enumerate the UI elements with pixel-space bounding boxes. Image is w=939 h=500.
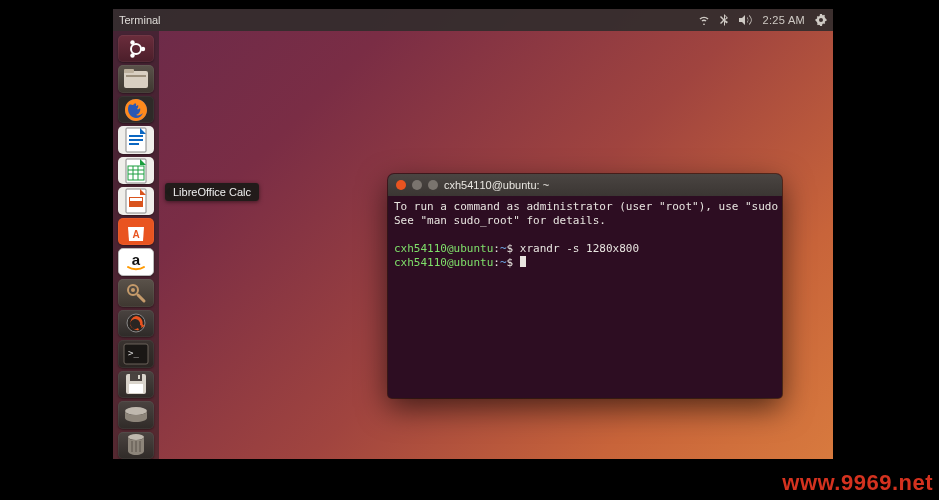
top-menu-bar: Terminal 2:25 AM bbox=[113, 9, 833, 31]
terminal-motd-line1: To run a command as administrator (user … bbox=[394, 200, 782, 213]
terminal-titlebar[interactable]: cxh54110@ubuntu: ~ bbox=[388, 174, 782, 196]
terminal-body[interactable]: To run a command as administrator (user … bbox=[388, 196, 782, 274]
terminal-prompt-user-2: cxh54110@ubuntu bbox=[394, 256, 493, 269]
svg-rect-6 bbox=[126, 75, 146, 77]
terminal-prompt-symbol: $ bbox=[507, 242, 514, 255]
svg-rect-29 bbox=[130, 374, 142, 381]
document-icon bbox=[125, 127, 147, 153]
terminal-icon: >_ bbox=[123, 343, 149, 365]
svg-point-0 bbox=[131, 44, 141, 54]
terminal-prompt-sep: : bbox=[493, 242, 500, 255]
svg-rect-11 bbox=[129, 143, 139, 145]
svg-rect-4 bbox=[124, 71, 148, 88]
launcher-libreoffice-calc[interactable] bbox=[118, 157, 154, 184]
launcher-amazon[interactable]: a bbox=[118, 248, 154, 276]
floppy-icon bbox=[125, 373, 147, 395]
amazon-icon: a bbox=[124, 250, 148, 274]
svg-rect-10 bbox=[129, 139, 143, 141]
terminal-command-1: xrandr -s 1280x800 bbox=[520, 242, 639, 255]
terminal-window[interactable]: cxh54110@ubuntu: ~ To run a command as a… bbox=[388, 174, 782, 398]
launcher-dash[interactable] bbox=[118, 35, 154, 62]
update-icon bbox=[124, 311, 148, 335]
trash-icon bbox=[126, 433, 146, 457]
launcher-system-settings[interactable] bbox=[118, 279, 154, 306]
launcher-terminal[interactable]: >_ bbox=[118, 340, 154, 367]
sound-icon[interactable] bbox=[739, 14, 753, 26]
svg-rect-20 bbox=[130, 198, 142, 201]
svg-point-32 bbox=[125, 407, 147, 415]
gear-icon[interactable] bbox=[815, 14, 827, 26]
clock[interactable]: 2:25 AM bbox=[763, 14, 805, 26]
launcher-tooltip: LibreOffice Calc bbox=[165, 183, 259, 201]
window-close-button[interactable] bbox=[396, 180, 406, 190]
terminal-cursor bbox=[520, 256, 526, 267]
launcher-drive[interactable] bbox=[118, 401, 154, 428]
launcher-libreoffice-writer[interactable] bbox=[118, 126, 154, 153]
terminal-prompt-path: ~ bbox=[500, 242, 507, 255]
svg-point-33 bbox=[128, 434, 144, 440]
window-minimize-button[interactable] bbox=[412, 180, 422, 190]
launcher-files[interactable] bbox=[118, 65, 154, 92]
file-manager-icon bbox=[123, 68, 149, 90]
bluetooth-icon[interactable] bbox=[720, 14, 729, 26]
svg-rect-9 bbox=[129, 135, 143, 137]
disk-icon bbox=[124, 406, 148, 424]
launcher-software-updater[interactable] bbox=[118, 310, 154, 337]
ubuntu-desktop: Terminal 2:25 AM bbox=[113, 9, 833, 459]
gear-wrench-icon bbox=[124, 281, 148, 305]
presentation-icon bbox=[125, 188, 147, 214]
launcher-libreoffice-impress[interactable] bbox=[118, 187, 154, 214]
terminal-prompt-symbol-2: $ bbox=[507, 256, 514, 269]
ubuntu-logo-icon bbox=[124, 37, 148, 61]
launcher-firefox[interactable] bbox=[118, 96, 154, 123]
terminal-prompt-sep-2: : bbox=[493, 256, 500, 269]
terminal-prompt-path-2: ~ bbox=[500, 256, 507, 269]
svg-point-24 bbox=[131, 288, 135, 292]
launcher-ubuntu-software[interactable]: A bbox=[118, 218, 154, 245]
svg-point-2 bbox=[130, 40, 134, 44]
firefox-icon bbox=[123, 97, 149, 123]
watermark: www.9969.net bbox=[782, 470, 933, 496]
svg-text:>_: >_ bbox=[128, 348, 139, 358]
svg-text:a: a bbox=[132, 251, 141, 268]
spreadsheet-icon bbox=[125, 158, 147, 184]
shopping-bag-icon: A bbox=[125, 221, 147, 243]
active-app-name: Terminal bbox=[119, 14, 161, 26]
svg-rect-31 bbox=[138, 375, 140, 379]
svg-rect-5 bbox=[124, 69, 134, 73]
terminal-motd-line2: See "man sudo_root" for details. bbox=[394, 214, 606, 227]
svg-point-1 bbox=[141, 47, 145, 51]
svg-point-3 bbox=[130, 53, 134, 57]
terminal-prompt-user: cxh54110@ubuntu bbox=[394, 242, 493, 255]
terminal-title: cxh54110@ubuntu: ~ bbox=[444, 179, 549, 191]
svg-text:A: A bbox=[132, 229, 139, 240]
launcher-trash[interactable] bbox=[118, 432, 154, 459]
network-icon[interactable] bbox=[698, 14, 710, 26]
svg-rect-30 bbox=[129, 384, 143, 393]
unity-launcher: A a >_ bbox=[113, 31, 159, 459]
window-maximize-button[interactable] bbox=[428, 180, 438, 190]
launcher-save[interactable] bbox=[118, 371, 154, 398]
indicator-area: 2:25 AM bbox=[698, 14, 827, 26]
